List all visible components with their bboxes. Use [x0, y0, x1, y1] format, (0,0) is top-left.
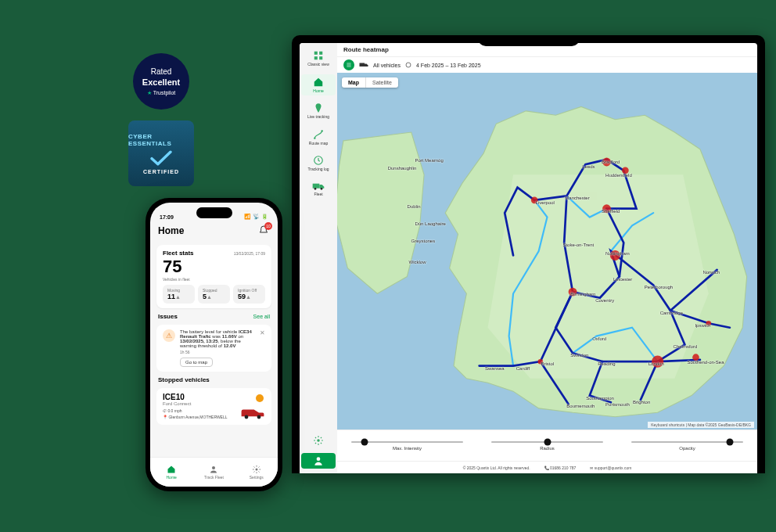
dismiss-issue[interactable]: ✕ [260, 329, 265, 367]
clock-icon [405, 62, 411, 68]
notifications-button[interactable]: 10 [257, 225, 270, 237]
slider-radius[interactable]: Radius [477, 430, 617, 461]
svg-point-8 [314, 188, 317, 190]
issue-card[interactable]: ⚠ The battery level for vehicle ICE34 Re… [156, 325, 271, 372]
phone-frame: 17:09 📶 📡 🔋 Home 10 Fleet stats 13/02/20… [146, 198, 282, 491]
cyber-essentials-badge: CYBER ESSENTIALS CERTIFIED [128, 120, 194, 186]
svg-point-19 [569, 288, 577, 297]
sidebar-account[interactable] [301, 453, 336, 469]
notifications-count: 10 [264, 222, 272, 230]
map-mode-satellite[interactable]: Satellite [365, 77, 398, 88]
svg-point-20 [652, 356, 663, 368]
fleet-count: 75 [163, 258, 265, 275]
fleet-stat[interactable]: Moving11▲ [163, 285, 195, 304]
filter-bar: All vehicles 4 Feb 2025 – 13 Feb 2025 [337, 57, 757, 73]
heatmap-sliders: Max. IntensityRadiusOpacity [337, 430, 757, 461]
sidebar-home[interactable]: Home [301, 74, 336, 96]
fleet-sub: Vehicles in fleet [163, 277, 265, 282]
tab-track-fleet[interactable]: Track Fleet [192, 458, 235, 487]
van-icon [240, 408, 265, 420]
slider-opacity[interactable]: Opacity [617, 430, 757, 461]
home-icon [313, 77, 324, 88]
trustpilot-badge: Rated Excellent ★ Trustpilot [133, 53, 189, 110]
fleet-stat[interactable]: Ignition Off59▲ [233, 285, 265, 304]
clock-icon [313, 155, 324, 166]
map-mode-map[interactable]: Map [342, 77, 365, 88]
trustpilot-rated: Rated [151, 67, 172, 76]
tab-bar: Home Track Fleet Settings [150, 457, 278, 487]
sidebar-fleet[interactable]: Fleet [301, 179, 336, 200]
svg-point-23 [706, 321, 712, 326]
slider-max-intensity[interactable]: Max. Intensity [337, 430, 477, 461]
svg-point-11 [317, 457, 321, 461]
trustpilot-brand: Trustpilot [153, 90, 176, 95]
stopped-vehicle-card[interactable]: ICE10 Ford Connect ⏱ 0.0 mph 📍 Glenburn … [156, 388, 271, 425]
map-attribution: Keyboard shortcuts | Map data ©2025 GeoB… [648, 422, 754, 428]
grid-icon [313, 50, 324, 61]
tab-home[interactable]: Home [150, 458, 192, 487]
gear-icon [252, 465, 261, 474]
sidebar-settings[interactable] [301, 433, 336, 448]
trustpilot-excellent: Excellent [142, 77, 180, 87]
footer-copyright: © 2025 Quartix Ltd. All rights reserved. [463, 466, 530, 470]
svg-point-4 [314, 137, 315, 138]
footer-email: support@quartix.com [595, 466, 632, 470]
issue-ago: 1h 56 [180, 350, 255, 354]
svg-point-18 [610, 250, 620, 261]
svg-point-14 [602, 158, 611, 167]
svg-rect-2 [314, 56, 318, 59]
filter-toggle[interactable] [343, 59, 354, 70]
sliders-icon [346, 62, 352, 68]
sidebar-route-map[interactable]: Route map [301, 127, 336, 149]
gear-icon [313, 435, 324, 446]
stopped-title: Stopped vehicles [158, 376, 210, 383]
status-icons: 📶 📡 🔋 [244, 214, 268, 220]
status-time: 17:09 [160, 214, 174, 220]
map-mode-switch[interactable]: Map Satellite [342, 77, 398, 88]
svg-point-9 [321, 188, 323, 190]
footer-phone: 01686 210 787 [550, 466, 576, 470]
fleet-stats-card[interactable]: Fleet stats 13/02/2025, 17:09 75 Vehicle… [156, 245, 271, 308]
issues-title: Issues [158, 313, 178, 320]
svg-rect-0 [314, 52, 318, 55]
tab-settings[interactable]: Settings [235, 458, 278, 487]
app-footer: © 2025 Quartix Ltd. All rights reserved.… [337, 461, 757, 473]
vehicle-filter[interactable]: All vehicles [373, 63, 401, 68]
svg-point-5 [322, 130, 323, 131]
go-to-map-button[interactable]: Go to map [180, 358, 213, 367]
svg-rect-3 [319, 56, 322, 59]
svg-point-15 [622, 167, 629, 174]
checkmark-icon [150, 149, 172, 167]
battery-warning-icon: ⚠ [163, 329, 175, 342]
svg-point-24 [245, 415, 249, 419]
vehicle-model: Ford Connect [163, 401, 265, 406]
svg-point-21 [692, 354, 699, 361]
fleet-stats-time: 13/02/2025, 17:09 [234, 251, 265, 256]
star-icon: ★ [147, 90, 152, 96]
truck-icon [312, 182, 325, 191]
heatmap-map[interactable]: DublinLiverpoolManchesterLeedsBradfordHu… [337, 73, 757, 430]
users-icon [209, 465, 218, 474]
svg-point-10 [317, 439, 320, 442]
svg-point-22 [538, 359, 544, 365]
status-dot-stopped [256, 394, 264, 402]
date-range[interactable]: 4 Feb 2025 – 13 Feb 2025 [416, 63, 481, 68]
svg-point-16 [531, 197, 538, 204]
svg-point-25 [257, 415, 261, 419]
svg-point-13 [406, 63, 411, 67]
vehicle-id: ICE10 [163, 393, 265, 401]
user-icon [313, 455, 324, 466]
fleet-stats-title: Fleet stats [163, 250, 194, 257]
issues-see-all[interactable]: See all [253, 314, 270, 319]
home-icon [167, 465, 176, 474]
svg-point-26 [212, 466, 215, 469]
svg-point-17 [602, 204, 611, 213]
sidebar-classic-view[interactable]: Classic view [301, 48, 336, 70]
mobile-page-title: Home [158, 225, 184, 236]
fleet-stat[interactable]: Stopped5▲ [198, 285, 230, 304]
svg-rect-12 [360, 63, 365, 67]
sidebar-tracking-log[interactable]: Tracking log [301, 153, 336, 174]
svg-point-27 [255, 469, 257, 471]
sidebar-live-tracking[interactable]: Live tracking [301, 100, 336, 122]
route-icon [313, 129, 324, 140]
